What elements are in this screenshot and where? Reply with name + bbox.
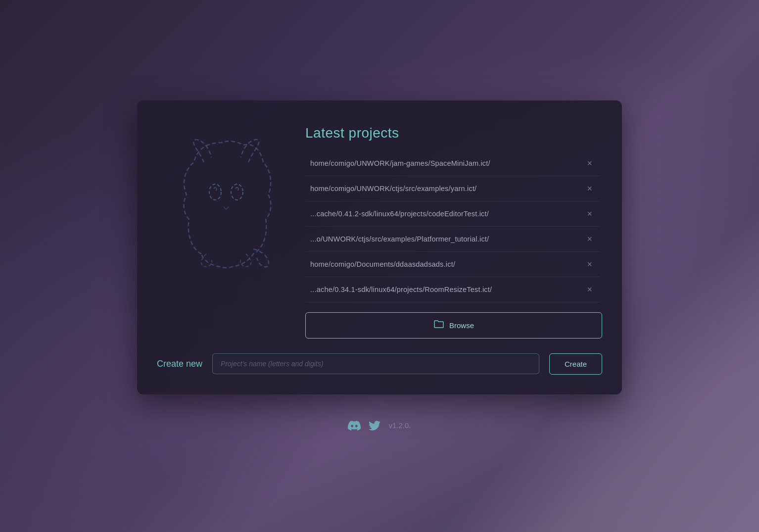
remove-project-button[interactable]: ×: [584, 284, 595, 295]
projects-list[interactable]: home/comigo/UNWORK/jam-games/SpaceMiniJa…: [305, 151, 602, 302]
project-path: home/comigo/UNWORK/jam-games/SpaceMiniJa…: [310, 159, 490, 167]
project-name-input[interactable]: [212, 353, 539, 374]
folder-svg: [433, 320, 444, 329]
remove-project-button[interactable]: ×: [584, 208, 595, 219]
project-item[interactable]: ...ache/0.34.1-sdk/linux64/projects/Room…: [305, 277, 600, 302]
create-section: Create new Create: [157, 353, 602, 375]
discord-icon: [348, 419, 361, 432]
footer: v1.2.0.: [348, 419, 411, 432]
project-path: ...o/UNWORK/ctjs/src/examples/Platformer…: [310, 235, 489, 243]
remove-project-button[interactable]: ×: [584, 158, 595, 169]
project-item[interactable]: ...cache/0.41.2-sdk/linux64/projects/cod…: [305, 201, 600, 227]
browse-button[interactable]: Browse: [305, 312, 602, 339]
project-path: home/comigo/UNWORK/ctjs/src/examples/yar…: [310, 185, 476, 193]
svg-point-0: [209, 184, 221, 200]
project-path: ...ache/0.34.1-sdk/linux64/projects/Room…: [310, 286, 492, 293]
right-panel: Latest projects home/comigo/UNWORK/jam-g…: [305, 125, 602, 339]
project-item[interactable]: ...o/UNWORK/ctjs/src/examples/Platformer…: [305, 227, 600, 252]
remove-project-button[interactable]: ×: [584, 183, 595, 194]
folder-icon: [433, 320, 444, 331]
version-label: v1.2.0.: [388, 421, 411, 430]
main-dialog: Latest projects home/comigo/UNWORK/jam-g…: [137, 100, 622, 394]
browse-label: Browse: [449, 321, 474, 330]
mascot-illustration: [172, 135, 281, 274]
remove-project-button[interactable]: ×: [584, 234, 595, 244]
mascot-area: [157, 125, 295, 274]
create-new-label: Create new: [157, 359, 202, 369]
section-title: Latest projects: [305, 125, 602, 141]
project-path: home/comigo/Documents/ddaasdadsads.ict/: [310, 260, 455, 268]
create-button[interactable]: Create: [549, 353, 602, 375]
twitter-icon: [369, 420, 380, 432]
project-path: ...cache/0.41.2-sdk/linux64/projects/cod…: [310, 210, 489, 218]
svg-point-1: [231, 184, 243, 200]
remove-project-button[interactable]: ×: [584, 259, 595, 270]
project-item[interactable]: home/comigo/UNWORK/jam-games/SpaceMiniJa…: [305, 151, 600, 176]
project-item[interactable]: home/comigo/Documents/ddaasdadsads.ict/×: [305, 252, 600, 277]
project-item[interactable]: home/comigo/UNWORK/ctjs/src/examples/yar…: [305, 176, 600, 201]
